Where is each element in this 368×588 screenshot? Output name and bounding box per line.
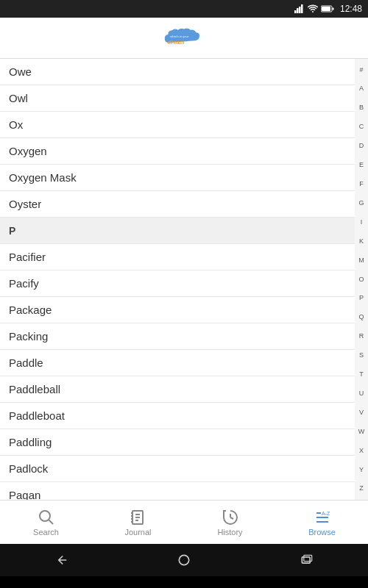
content-area: OweOwlOxOxygenOxygen MaskOysterPPacifier… <box>0 59 368 500</box>
recents-button[interactable] <box>300 553 314 567</box>
list-item[interactable]: Ox <box>0 112 355 138</box>
nav-item-journal[interactable]: Journal <box>92 503 184 542</box>
nav-item-browse[interactable]: A-Z Browse <box>276 503 368 542</box>
list-item[interactable]: Packing <box>0 323 355 350</box>
alpha-index-item-x[interactable]: X <box>359 447 364 455</box>
list-item[interactable]: Pacifier <box>0 244 355 270</box>
alpha-index-item-t[interactable]: T <box>359 370 364 379</box>
svg-line-11 <box>49 520 53 524</box>
browse-icon: A-Z <box>314 509 331 526</box>
status-bar-right: 12:48 <box>294 4 362 14</box>
list-item[interactable]: Owe <box>0 59 355 85</box>
browse-nav-label: Browse <box>308 528 336 537</box>
svg-text:what's in your: what's in your <box>170 34 188 37</box>
alpha-index-item-w[interactable]: W <box>358 428 365 436</box>
alpha-index-item-y[interactable]: Y <box>359 466 364 474</box>
alpha-index-item-o[interactable]: O <box>358 276 364 284</box>
time-display: 12:48 <box>340 4 362 14</box>
svg-rect-3 <box>301 4 303 13</box>
list-item[interactable]: Owl <box>0 85 355 112</box>
alpha-index-item-q[interactable]: Q <box>358 313 364 321</box>
list-item[interactable]: Paddleball <box>0 376 355 403</box>
alpha-index-item-s[interactable]: S <box>359 351 364 359</box>
svg-rect-5 <box>322 7 330 11</box>
list-item[interactable]: Oyster <box>0 191 355 218</box>
list-item[interactable]: Pagan <box>0 482 355 500</box>
journal-nav-label: Journal <box>124 528 151 537</box>
list-item[interactable]: Oxygen Mask <box>0 165 355 191</box>
back-button[interactable] <box>54 553 68 567</box>
search-nav-label: Search <box>33 528 59 537</box>
list-item[interactable]: Paddling <box>0 429 355 456</box>
journal-icon <box>130 509 147 526</box>
alpha-index-item-i[interactable]: I <box>361 218 363 226</box>
alpha-index-item-b[interactable]: B <box>359 104 364 112</box>
svg-rect-26 <box>179 555 188 564</box>
svg-rect-1 <box>297 8 299 13</box>
list-item[interactable]: Package <box>0 297 355 323</box>
svg-rect-2 <box>299 7 301 13</box>
list-item[interactable]: Padlock <box>0 456 355 482</box>
svg-point-10 <box>40 511 50 521</box>
android-nav-bar <box>0 544 368 576</box>
dream-list[interactable]: OweOwlOxOxygenOxygen MaskOysterPPacifier… <box>0 59 355 500</box>
search-icon <box>38 509 55 526</box>
alpha-index-item-z[interactable]: Z <box>359 484 364 492</box>
alpha-index-item-v[interactable]: V <box>359 409 364 417</box>
alpha-index-item-m[interactable]: M <box>358 257 364 265</box>
app-container: what's in your dream moods OweOwlOxOxyge… <box>0 18 368 544</box>
alpha-index-item-k[interactable]: K <box>359 237 364 245</box>
svg-rect-6 <box>332 8 333 10</box>
svg-text:A-Z: A-Z <box>322 511 330 516</box>
battery-icon <box>321 5 334 12</box>
alpha-index-item-r[interactable]: R <box>359 332 364 340</box>
alpha-index-item-p[interactable]: P <box>359 294 364 302</box>
alpha-index-item-e[interactable]: E <box>359 161 364 169</box>
alpha-index[interactable]: #ABCDEFGIKMOPQRSTUVWXYZ <box>355 59 368 500</box>
status-bar: 12:48 <box>0 0 368 18</box>
history-nav-label: History <box>217 528 242 537</box>
logo: what's in your dream moods <box>158 25 210 51</box>
svg-line-21 <box>230 517 233 519</box>
alpha-index-item-c[interactable]: C <box>359 123 364 131</box>
alpha-index-item-d[interactable]: D <box>359 142 364 150</box>
list-item[interactable]: Pacify <box>0 270 355 297</box>
bottom-nav: Search Journal History <box>0 500 368 544</box>
alpha-index-item-a[interactable]: A <box>359 85 364 93</box>
alpha-index-item-hash[interactable]: # <box>359 66 363 74</box>
list-item: P <box>0 218 355 244</box>
nav-item-search[interactable]: Search <box>0 503 92 542</box>
wifi-icon <box>308 4 318 13</box>
svg-rect-27 <box>302 557 310 563</box>
list-item[interactable]: Paddle <box>0 350 355 376</box>
svg-rect-28 <box>303 555 311 561</box>
alpha-index-item-f[interactable]: F <box>359 180 364 188</box>
list-item[interactable]: Oxygen <box>0 138 355 165</box>
alpha-index-item-g[interactable]: G <box>358 199 364 207</box>
alpha-index-item-u[interactable]: U <box>359 390 364 398</box>
home-button[interactable] <box>177 553 191 567</box>
history-icon <box>222 509 239 526</box>
list-item[interactable]: Paddleboat <box>0 403 355 429</box>
header: what's in your dream moods <box>0 18 368 59</box>
signal-icon <box>294 4 305 13</box>
nav-item-history[interactable]: History <box>184 503 276 542</box>
svg-text:moods: moods <box>168 45 186 51</box>
logo-container: what's in your dream moods <box>158 25 210 51</box>
svg-rect-0 <box>294 10 297 13</box>
